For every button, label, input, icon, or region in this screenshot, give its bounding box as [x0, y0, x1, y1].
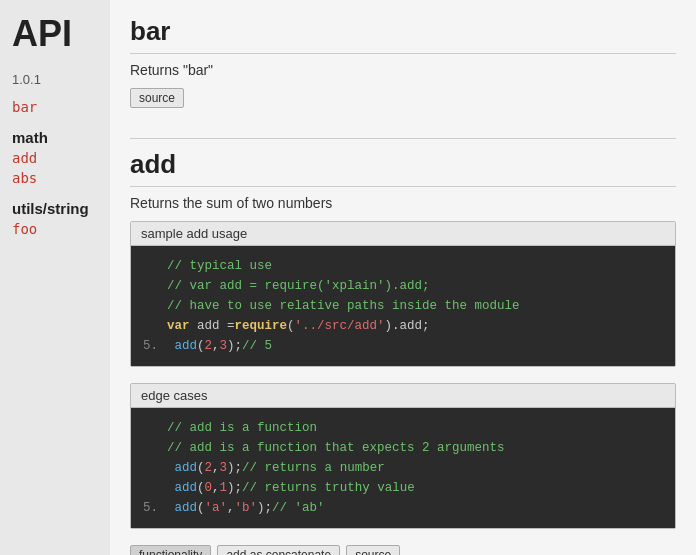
sidebar-link-foo[interactable]: foo	[12, 221, 98, 237]
code-line-5: 5. add ( 2 , 3 ); // 5	[143, 336, 663, 356]
edge-close-4: );	[227, 478, 242, 498]
edge-comma-4: ,	[212, 478, 220, 498]
edge-comment-5: // 'ab'	[272, 498, 325, 518]
code-plain-addprop: ).add;	[385, 316, 430, 336]
code-box-sample: sample add usage // typical use // var a…	[130, 221, 676, 367]
code-require-keyword: require	[235, 316, 288, 336]
edge-comment-2: // add is a function that expects 2 argu…	[167, 438, 505, 458]
edge-open-4: (	[197, 478, 205, 498]
line-num-3	[143, 296, 159, 316]
sidebar-link-bar[interactable]: bar	[12, 99, 98, 115]
edge-comment-4: // returns truthy value	[242, 478, 415, 498]
code-comment-1: // typical use	[167, 256, 272, 276]
edge-open-3: (	[197, 458, 205, 478]
edge-num-1	[143, 418, 159, 438]
code-func-add: add	[175, 336, 198, 356]
sidebar-version: 1.0.1	[12, 72, 98, 87]
code-comment-3: // have to use relative paths inside the…	[167, 296, 520, 316]
tag-add-as-concatenate[interactable]: add as concatenate	[217, 545, 340, 555]
code-box-edge-header: edge cases	[131, 384, 675, 408]
section-bar-description: Returns "bar"	[130, 62, 676, 78]
edge-func-3: add	[175, 458, 198, 478]
edge-comment-1: // add is a function	[167, 418, 317, 438]
code-line-4: var add = require ( '../src/add' ).add;	[143, 316, 663, 336]
section-add-description: Returns the sum of two numbers	[130, 195, 676, 211]
code-plain-comma-1: ,	[212, 336, 220, 356]
tag-functionality[interactable]: functionality	[130, 545, 211, 555]
edge-str-a: 'a'	[205, 498, 228, 518]
edge-num-5: 5.	[143, 498, 159, 518]
edge-n2: 2	[205, 458, 213, 478]
edge-comment-3: // returns a number	[242, 458, 385, 478]
code-plain-add: add =	[190, 316, 235, 336]
code-box-sample-header: sample add usage	[131, 222, 675, 246]
code-area-sample: // typical use // var add = require('xpl…	[131, 246, 675, 366]
code-plain-add2	[167, 336, 175, 356]
section-bar: bar Returns "bar" source	[130, 16, 676, 128]
edge-str-b: 'b'	[235, 498, 258, 518]
edge-plain-5	[167, 498, 175, 518]
edge-plain-3	[167, 458, 175, 478]
code-plain-close-2: );	[227, 336, 242, 356]
code-var-keyword: var	[167, 316, 190, 336]
edge-plain-4	[167, 478, 175, 498]
code-plain-paren-1: (	[287, 316, 295, 336]
bar-source-button[interactable]: source	[130, 88, 184, 108]
code-line-1: // typical use	[143, 256, 663, 276]
section-add-title: add	[130, 149, 676, 187]
edge-open-5: (	[197, 498, 205, 518]
sidebar-link-abs[interactable]: abs	[12, 170, 98, 186]
edge-num-3	[143, 458, 159, 478]
edge-line-4: add ( 0 , 1 ); // returns truthy value	[143, 478, 663, 498]
code-comment-2: // var add = require('xplain').add;	[167, 276, 430, 296]
code-num-3: 3	[220, 336, 228, 356]
edge-n0: 0	[205, 478, 213, 498]
edge-line-1: // add is a function	[143, 418, 663, 438]
edge-num-4	[143, 478, 159, 498]
sidebar-title: API	[12, 16, 98, 52]
sidebar-link-add[interactable]: add	[12, 150, 98, 166]
section-add: add Returns the sum of two numbers sampl…	[130, 149, 676, 555]
line-num-1	[143, 256, 159, 276]
tags-row: functionality add as concatenate source	[130, 545, 676, 555]
line-num-4	[143, 316, 159, 336]
line-num-2	[143, 276, 159, 296]
edge-line-2: // add is a function that expects 2 argu…	[143, 438, 663, 458]
code-num-2: 2	[205, 336, 213, 356]
edge-comma-3: ,	[212, 458, 220, 478]
edge-num-2	[143, 438, 159, 458]
code-string-path: '../src/add'	[295, 316, 385, 336]
code-line-3: // have to use relative paths inside the…	[143, 296, 663, 316]
divider-1	[130, 138, 676, 139]
edge-line-3: add ( 2 , 3 ); // returns a number	[143, 458, 663, 478]
sidebar: API 1.0.1 bar math add abs utils/string …	[0, 0, 110, 555]
edge-close-3: );	[227, 458, 242, 478]
edge-func-4: add	[175, 478, 198, 498]
tag-source[interactable]: source	[346, 545, 400, 555]
section-bar-title: bar	[130, 16, 676, 54]
edge-func-5: add	[175, 498, 198, 518]
code-plain-open-2: (	[197, 336, 205, 356]
edge-line-5: 5. add ( 'a' , 'b' ); // 'ab'	[143, 498, 663, 518]
code-box-edge: edge cases // add is a function // add i…	[130, 383, 676, 529]
code-comment-5: // 5	[242, 336, 272, 356]
edge-comma-5: ,	[227, 498, 235, 518]
code-area-edge: // add is a function // add is a functio…	[131, 408, 675, 528]
sidebar-section-utils: utils/string	[12, 200, 98, 217]
edge-n3: 3	[220, 458, 228, 478]
main-content: bar Returns "bar" source add Returns the…	[110, 0, 696, 555]
edge-close-5: );	[257, 498, 272, 518]
code-line-2: // var add = require('xplain').add;	[143, 276, 663, 296]
line-num-5: 5.	[143, 336, 159, 356]
sidebar-section-math: math	[12, 129, 98, 146]
edge-n1: 1	[220, 478, 228, 498]
